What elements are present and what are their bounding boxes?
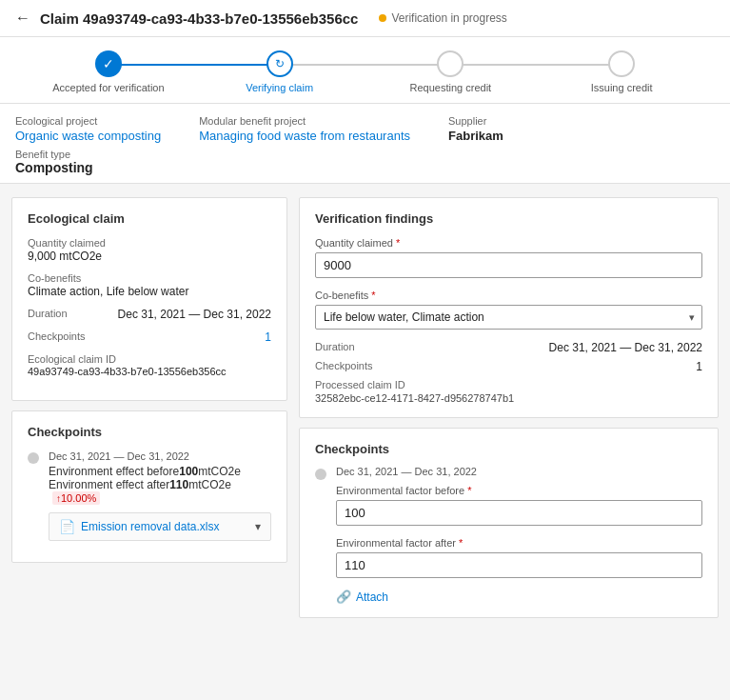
project-info: Ecological project Organic waste compost… (0, 104, 730, 184)
env-before-form-field: Environmental factor before * (336, 485, 702, 526)
step-accepted: ✓ Accepted for verification (23, 50, 194, 93)
benefit-type-value: Composting (15, 160, 715, 175)
left-checkpoints-title: Checkpoints (28, 425, 271, 439)
step-label-issuing: Issuing credit (591, 82, 653, 93)
steps-container: ✓ Accepted for verification ↻ Verifying … (23, 50, 707, 93)
env-after-form-label: Environmental factor after * (336, 537, 702, 549)
env-after-input[interactable] (336, 552, 702, 578)
right-checkpoint-item: Dec 31, 2021 — Dec 31, 2022 Environmenta… (315, 466, 702, 604)
status-badge: Verification in progress (379, 11, 506, 25)
duration-static-value: Dec 31, 2021 — Dec 31, 2022 (549, 341, 702, 354)
right-panel: Verification findings Quantity claimed *… (299, 197, 719, 628)
step-label-verifying: Verifying claim (246, 82, 313, 93)
supplier-col: Supplier Fabrikam (448, 115, 503, 143)
file-icon: 📄 (59, 519, 75, 534)
duration-static-row: Duration Dec 31, 2021 — Dec 31, 2022 (315, 341, 702, 354)
right-checkpoints-card: Checkpoints Dec 31, 2021 — Dec 31, 2022 … (299, 428, 719, 618)
ecological-claim-title: Ecological claim (28, 211, 271, 226)
file-attachment[interactable]: 📄 Emission removal data.xlsx ▾ (49, 512, 271, 541)
page-title: Claim 49a93749-ca93-4b33-b7e0-13556eb356… (40, 10, 358, 27)
step-circle-verifying: ↻ (266, 50, 293, 77)
right-checkpoint-date: Dec 31, 2021 — Dec 31, 2022 (336, 466, 702, 477)
increase-pct: 10.00% (61, 492, 96, 504)
modular-project-value[interactable]: Managing food waste from restaurants (199, 129, 410, 143)
left-checkpoints-card: Checkpoints Dec 31, 2021 — Dec 31, 2022 … (11, 410, 287, 563)
right-checkpoint-dot (315, 469, 326, 480)
qty-form-field: Quantity claimed * (315, 237, 702, 278)
checkpoint-dot (28, 452, 39, 464)
duration-value: Dec 31, 2021 — Dec 31, 2022 (118, 308, 271, 321)
processed-id-section: Processed claim ID 32582ebc-ce12-4171-84… (315, 379, 702, 404)
ecological-project-col: Ecological project Organic waste compost… (15, 115, 161, 143)
cobenefits-select-container: Life below water, Climate action Climate… (315, 305, 702, 330)
steps-bar: ✓ Accepted for verification ↻ Verifying … (0, 37, 730, 104)
checkpoints-label: Checkpoints (28, 330, 86, 343)
left-panel: Ecological claim Quantity claimed 9,000 … (11, 197, 287, 628)
duration-field: Duration Dec 31, 2021 — Dec 31, 2022 (28, 308, 271, 321)
step-requesting: Requesting credit (365, 50, 537, 93)
env-after-unit: mtCO2e (188, 478, 231, 491)
header: ← Claim 49a93749-ca93-4b33-b7e0-13556eb3… (0, 0, 730, 37)
cobenefits-select[interactable]: Life below water, Climate action Climate… (315, 305, 702, 330)
env-before-row: Environment effect before100mtCO2e (49, 465, 271, 478)
ecological-project-value[interactable]: Organic waste composting (15, 129, 161, 143)
verification-title: Verification findings (315, 211, 702, 226)
checkpoint-date: Dec 31, 2021 — Dec 31, 2022 (49, 450, 271, 462)
quantity-field: Quantity claimed 9,000 mtCO2e (28, 237, 271, 263)
ecological-project-label: Ecological project (15, 115, 161, 127)
supplier-value: Fabrikam (448, 129, 503, 143)
right-checkpoint-content: Dec 31, 2021 — Dec 31, 2022 Environmenta… (336, 466, 702, 604)
checkpoints-static-value: 1 (696, 360, 702, 373)
file-name: Emission removal data.xlsx (81, 520, 219, 533)
attach-link[interactable]: 🔗 Attach (336, 590, 702, 604)
attach-icon: 🔗 (336, 590, 351, 604)
duration-static-label: Duration (315, 341, 355, 354)
file-left: 📄 Emission removal data.xlsx (59, 519, 219, 534)
benefit-type-section: Benefit type Composting (15, 149, 715, 175)
env-before-input[interactable] (336, 500, 702, 526)
checkpoints-static-row: Checkpoints 1 (315, 360, 702, 373)
claim-id-field: Ecological claim ID 49a93749-ca93-4b33-b… (28, 353, 271, 377)
status-text: Verification in progress (391, 11, 506, 25)
modular-project-label: Modular benefit project (199, 115, 410, 127)
verification-card: Verification findings Quantity claimed *… (299, 197, 719, 418)
checkpoints-value: 1 (265, 330, 271, 344)
env-after-value: 110 (169, 478, 188, 491)
quantity-label: Quantity claimed (28, 237, 271, 249)
increase-badge: ↑10.00% (52, 491, 100, 505)
cobenefits-form-field: Co-benefits * Life below water, Climate … (315, 290, 702, 330)
step-verifying: ↻ Verifying claim (194, 50, 365, 93)
left-checkpoint-item: Dec 31, 2021 — Dec 31, 2022 Environment … (28, 450, 271, 541)
step-circle-issuing (608, 50, 635, 77)
cobenefits-label: Co-benefits (28, 272, 271, 284)
step-circle-requesting (437, 50, 464, 77)
chevron-down-icon: ▾ (255, 520, 261, 533)
checkpoints-field: Checkpoints 1 (28, 330, 271, 344)
attach-label: Attach (356, 590, 388, 604)
qty-input[interactable] (315, 252, 702, 278)
benefit-type-label: Benefit type (15, 149, 715, 160)
quantity-value: 9,000 mtCO2e (28, 250, 271, 263)
ecological-claim-card: Ecological claim Quantity claimed 9,000 … (11, 197, 287, 401)
env-before-label: Environment effect before (49, 465, 179, 478)
processed-id-label: Processed claim ID (315, 379, 702, 390)
env-before-value: 100 (179, 465, 198, 478)
env-before-form-label: Environmental factor before * (336, 485, 702, 496)
env-after-label: Environment effect after (49, 478, 169, 491)
main-content: Ecological claim Quantity claimed 9,000 … (0, 184, 730, 641)
modular-project-col: Modular benefit project Managing food wa… (199, 115, 410, 143)
cobenefits-value: Climate action, Life below water (28, 285, 271, 298)
cobenefits-form-label: Co-benefits * (315, 290, 702, 301)
status-dot (379, 14, 386, 22)
qty-form-label: Quantity claimed * (315, 237, 702, 249)
back-icon[interactable]: ← (15, 10, 30, 27)
claim-id-label: Ecological claim ID (28, 353, 271, 365)
env-after-form-field: Environmental factor after * (336, 537, 702, 578)
duration-label: Duration (28, 308, 68, 320)
claim-id-value: 49a93749-ca93-4b33-b7e0-13556eb356cc (28, 366, 271, 377)
cobenefits-field: Co-benefits Climate action, Life below w… (28, 272, 271, 298)
env-before-unit: mtCO2e (198, 465, 241, 478)
step-label-requesting: Requesting credit (410, 82, 492, 93)
step-issuing: Issuing credit (536, 50, 707, 93)
step-label-accepted: Accepted for verification (52, 82, 164, 93)
